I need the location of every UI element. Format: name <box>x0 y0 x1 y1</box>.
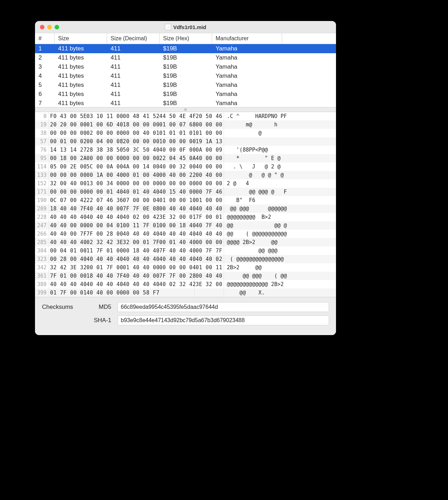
hex-bytes: 40 00 32 00 <box>158 162 195 171</box>
table-cell: $19B <box>160 82 212 89</box>
col-header-number[interactable]: # <box>35 33 55 44</box>
hex-ascii: .C ^ HARDPNO PF <box>224 112 336 120</box>
hex-row[interactable]: 22840 40 40 4040 40 40 4040 02 00 423E 3… <box>35 213 336 221</box>
hex-bytes: 01 40 40 00 <box>122 263 158 272</box>
hex-bytes: 40 40 00 00 <box>49 221 85 230</box>
hex-bytes: 7F 7F 00 28 <box>158 272 195 280</box>
hex-bytes: 00 00 00 00 <box>122 154 158 162</box>
hex-bytes: 00 00 58 F7 <box>122 289 158 297</box>
hex-bytes: 18 40 40 7F <box>85 272 122 280</box>
hex-bytes: 00 7F 46 <box>195 188 224 196</box>
hex-bytes: 7F 7F 0E 08 <box>122 204 158 213</box>
hex-row[interactable]: 17100 00 00 0000 00 01 4040 01 40 4040 1… <box>35 188 336 196</box>
hex-bytes: 00 11 7F 01 <box>122 221 158 230</box>
table-row[interactable]: 2411 bytes411$19BYamaha <box>35 53 336 62</box>
hex-bytes: 4A 00 14 00 <box>122 162 158 171</box>
table-cell: $19B <box>160 54 212 61</box>
hex-bytes: 40 40 40 40 <box>49 238 85 246</box>
titlebar[interactable]: ♪ Vdfs1r01.mid <box>35 21 336 33</box>
table-cell: 411 <box>107 45 160 52</box>
zoom-icon[interactable] <box>55 25 59 29</box>
hex-ascii: @@ @@@ @ F <box>224 188 336 196</box>
hex-offset: 133 <box>35 171 49 179</box>
table-cell: 411 bytes <box>55 72 107 79</box>
hex-row[interactable]: 1920 20 00 0001 00 6D 4018 00 00 0001 00… <box>35 120 336 129</box>
table-row[interactable]: 3411 bytes411$19BYamaha <box>35 62 336 71</box>
hex-bytes: 01 01 01 01 <box>158 129 195 137</box>
table-cell: 3 <box>35 63 55 70</box>
hex-row[interactable]: 7614 13 14 2728 38 38 5050 3C 50 4040 00… <box>35 146 336 154</box>
table-body[interactable]: 1411 bytes411$19BYamaha2411 bytes411$19B… <box>35 44 336 107</box>
table-cell: 411 bytes <box>55 45 107 52</box>
sha1-value[interactable]: b93e9c8e44e47143d92bc79d5a67b3d679023488 <box>118 315 329 325</box>
close-icon[interactable] <box>40 25 44 29</box>
hex-bytes: 13 00 34 00 <box>85 179 122 188</box>
hex-bytes: F0 43 00 5E <box>49 112 85 120</box>
table-cell: $19B <box>160 45 212 52</box>
table-row[interactable]: 7411 bytes411$19BYamaha <box>35 99 336 107</box>
hex-row[interactable]: 1900C 07 00 4222 07 46 3607 00 00 0401 0… <box>35 196 336 204</box>
md5-value[interactable]: 66c89eeda9954c45395fe5daac97644d <box>118 302 329 312</box>
hex-offset: 190 <box>35 196 49 204</box>
table-cell: 411 <box>107 91 160 98</box>
minimize-icon[interactable] <box>47 25 52 29</box>
hex-row[interactable]: 24740 40 00 0000 00 04 0100 11 7F 0100 0… <box>35 221 336 230</box>
col-header-size-decimal[interactable]: Size (Decimal) <box>107 33 160 44</box>
hex-bytes: 00 01 00 40 <box>122 171 158 179</box>
table-cell: 5 <box>35 82 55 89</box>
hex-row[interactable]: 5700 01 00 0200 04 00 0820 00 00 0010 00… <box>35 137 336 146</box>
hex-row[interactable]: 9500 18 00 2A00 00 00 0000 00 00 0022 04… <box>35 154 336 162</box>
table-cell: 411 bytes <box>55 82 107 89</box>
hex-row[interactable]: 34232 42 3E 3200 01 7F 0001 40 40 0000 0… <box>35 263 336 272</box>
hex-ascii: * " E @ <box>224 154 336 162</box>
table-row[interactable]: 4411 bytes411$19BYamaha <box>35 71 336 81</box>
table-cell: $19B <box>160 72 212 79</box>
hex-bytes: 00 00 00 00 <box>158 179 195 188</box>
table-cell: 411 <box>107 72 160 79</box>
hex-offset: 114 <box>35 162 49 171</box>
col-header-size-hex[interactable]: Size (Hex) <box>160 33 212 44</box>
checksum-panel: Checksums MD5 66c89eeda9954c45395fe5daac… <box>35 297 336 335</box>
hex-offset: 38 <box>35 129 49 137</box>
hex-row[interactable]: 0F0 43 00 5E03 10 11 0000 48 41 5244 50 … <box>35 112 336 120</box>
hex-bytes: 00 00 00 04 <box>158 263 195 272</box>
hex-bytes: 00 00 00 00 <box>122 179 158 188</box>
hex-bytes: 00 00 00 <box>195 179 224 188</box>
hex-row[interactable]: 3800 00 00 0002 00 00 0000 00 40 0101 01… <box>35 129 336 137</box>
hex-bytes <box>158 289 195 297</box>
table-cell: 411 bytes <box>55 91 107 98</box>
table-row[interactable]: 1411 bytes411$19BYamaha <box>35 44 336 53</box>
split-handle[interactable] <box>35 107 336 112</box>
hex-row[interactable]: 32300 28 00 4040 40 40 4040 40 40 4040 4… <box>35 255 336 263</box>
hex-ascii: @@@@ 2B>2 @@ <box>224 238 336 246</box>
hex-row[interactable]: 11405 00 2E 005C 00 0A 004A 00 14 0040 0… <box>35 162 336 171</box>
hex-bytes: 01 00 00 <box>195 129 224 137</box>
hex-row[interactable]: 28540 40 40 4002 32 42 3E32 00 01 7F00 0… <box>35 238 336 246</box>
hex-bytes: 28 38 38 50 <box>85 146 122 154</box>
hex-bytes: 01 00 11 <box>195 263 224 272</box>
hex-bytes: 40 40 00 7F <box>49 230 85 238</box>
hex-row[interactable]: 3617F 01 00 0018 40 40 7F40 40 40 007F 7… <box>35 272 336 280</box>
hex-ascii <box>224 137 336 146</box>
hex-row[interactable]: 20918 40 40 7F40 40 40 007F 7F 0E 0800 4… <box>35 204 336 213</box>
hex-bytes: 00 00 00 <box>195 120 224 129</box>
table-row[interactable]: 6411 bytes411$19BYamaha <box>35 90 336 99</box>
hex-bytes: 00 00 01 40 <box>85 188 122 196</box>
hex-row[interactable]: 39901 7F 00 0140 40 00 0000 00 58 F7 @@ … <box>35 289 336 297</box>
hex-bytes: 40 40 40 40 <box>49 213 85 221</box>
hex-row[interactable]: 30400 04 01 0011 7F 01 0000 18 40 407F 4… <box>35 246 336 255</box>
table-row[interactable]: 5411 bytes411$19BYamaha <box>35 81 336 90</box>
hex-row[interactable]: 38040 40 40 4040 40 40 4040 40 40 4040 0… <box>35 280 336 289</box>
hex-offset: 247 <box>35 221 49 230</box>
col-header-size[interactable]: Size <box>55 33 107 44</box>
hex-bytes: 32 00 40 00 <box>49 179 85 188</box>
col-header-manufacturer[interactable]: Manufacturer <box>212 33 282 44</box>
hex-row[interactable]: 26640 40 00 7F7F 00 28 0040 40 40 4040 4… <box>35 230 336 238</box>
hex-bytes: 00 04 00 08 <box>85 137 122 146</box>
hex-view[interactable]: 0F0 43 00 5E03 10 11 0000 48 41 5244 50 … <box>35 112 336 297</box>
hex-row[interactable]: 13300 00 00 0000 1A 00 4000 01 00 4000 4… <box>35 171 336 179</box>
table-cell: 1 <box>35 45 55 52</box>
hex-bytes: 00 00 00 00 <box>49 171 85 179</box>
hex-bytes: 01 00 6D 40 <box>85 120 122 129</box>
hex-row[interactable]: 15232 00 40 0013 00 34 0000 00 00 0000 0… <box>35 179 336 188</box>
